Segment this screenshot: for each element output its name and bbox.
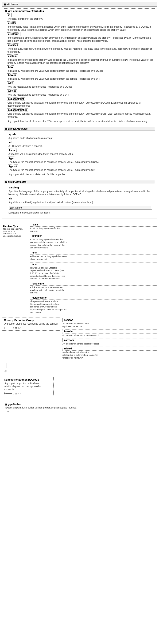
right-broader-box: broader [62, 330, 157, 334]
concept-def-section: ConceptDefinitionGroup A group of proper… [2, 318, 157, 359]
prop-any-other-itn: any ##other Language and script related … [6, 205, 153, 214]
prop-why: why Why the metadata has been included -… [5, 81, 154, 88]
right-item-sameas: sameAs An identifier of a concept with e… [62, 318, 157, 328]
prop-modified-name: modified [7, 43, 19, 47]
bottom-other-icon: ▣ [5, 403, 7, 406]
right-hierarchyinfo-box: hierarchyInfo [30, 296, 157, 300]
prop-type-name: type [8, 156, 15, 160]
concept-def-group-desc: A group of properties required to define… [4, 322, 58, 325]
right-remoteinfo-desc: A link to an item or a web resource whic… [30, 286, 68, 294]
prop-literal-desc: A free-text value assigned as the (new) … [8, 152, 153, 156]
right-definition-desc: A natural language definition of the sem… [30, 238, 68, 249]
right-item-facet: facet In NAR 1.8 and later, facet is dep… [30, 262, 157, 280]
concept-rel-group-box: ConceptRelationshipsGroup A group of pro… [2, 377, 54, 396]
prop-dir: dir A qualifier code identifying the fun… [6, 197, 153, 204]
prop-dir-desc: A qualifier code identifying the functio… [8, 201, 153, 204]
right-item-definition: definition A natural language definition… [30, 234, 157, 249]
concept-def-connector: ⊢—— [4, 326, 12, 330]
concept-rel-connector: ⊢—— [4, 392, 12, 395]
prop-pubconstraint: pubconstraint One or many constraints th… [5, 97, 154, 107]
loop-symbol: ⟲ [4, 370, 7, 373]
prop-modified-desc: The date (and, optionally, the time) whe… [7, 47, 154, 54]
prop-whyuri-desc: Why the metadata has been included - exp… [7, 93, 154, 96]
prop-typeuri-desc: The type of the concept assigned as cont… [8, 168, 153, 172]
prop-xmllang-name: xml:lang [8, 186, 20, 189]
prop-custom: custom Indicates if the corresponding pr… [5, 54, 154, 64]
prop-flex-note: A group of attributes associated with fl… [6, 172, 153, 176]
prop-literal: literal A free-text value assigned as th… [6, 148, 153, 156]
prop-uri: uri A URI which identifies a concept. [6, 140, 153, 148]
prop-how-desc: Indicates by which means the value was e… [7, 69, 154, 72]
group-icon-common: ▣ [5, 10, 7, 12]
concept-rel-multiplicity: 0..∞ [18, 392, 21, 395]
concept-rel-mult-left: □ [13, 392, 14, 395]
prop-qcode: qcode A qualified code which identifies … [6, 133, 153, 140]
attributes-icon: ▣ [4, 3, 6, 6]
prop-howuri-name: howuri [7, 73, 17, 77]
bottom-other-label: grp ##other [8, 403, 21, 406]
right-broader-desc: An identifier of a more generic concept. [62, 334, 100, 337]
loop-mult: ---- [8, 371, 11, 373]
prop-creator: creator If the property value is not def… [5, 21, 154, 32]
attributes-header: ▣ attributes [2, 2, 157, 6]
flex-attributes-group: ▣ grp flexAttributes qcode A qualified c… [4, 127, 155, 178]
right-narrower-desc: An identifier of a more specific concept… [62, 342, 100, 346]
prop-pubconstrainturi-name: pubconstrainturi [7, 108, 28, 112]
flex-prop-type-section: FlexPropType Flexible generic PCL-type f… [2, 222, 28, 247]
any-other-itn-label: any ##other [9, 206, 152, 210]
attributes-label: attributes [7, 3, 18, 6]
prop-pubconstrainturi: pubconstrainturi One or many constraints… [5, 108, 154, 118]
prop-dir-name: dir [8, 197, 13, 200]
flex-attributes-label: grp flexAttributes [8, 128, 28, 130]
prop-why-desc: Why the metadata has been included - exp… [7, 85, 154, 88]
prop-qcode-name: qcode [8, 133, 17, 136]
right-hierarchyinfo-desc: The position of a concept in a hierarchi… [30, 300, 68, 314]
prop-how-name: how [7, 66, 14, 69]
prop-id-name: id [7, 13, 12, 17]
flex-prop-type-box: FlexPropType Flexible generic PCL-type f… [2, 224, 25, 238]
right-item-related: related A related concept, where the rel… [62, 346, 157, 359]
flex-prop-type-label: FlexPropType [3, 225, 18, 228]
connector-vertical-1 [14, 240, 28, 247]
prop-xmllang-desc: Specifies the language of this property … [8, 190, 153, 196]
common-power-attributes-group: ▣ grp commonPowerAttributes id The local… [4, 8, 155, 125]
concept-def-group-title: ConceptDefinitionGroup [4, 319, 58, 322]
prop-any-note: A group attribute for all elements of a … [5, 119, 154, 123]
bottom-other-box: ▣ grp ##other Extension point for provid… [4, 402, 155, 414]
prop-creatoruri-desc: If the attribute is empty, specifies whi… [7, 36, 154, 42]
right-sameas-desc: An identifier of a concept with equivale… [62, 322, 100, 328]
prop-any-other-itn-desc: Language and script related information. [8, 211, 153, 214]
prop-custom-name: custom [7, 54, 18, 58]
bottom-other-mult: 0..∞ [5, 410, 9, 413]
prop-any-note-desc: A group attribute for all elements of a … [7, 120, 154, 123]
concept-def-group-box: ConceptDefinitionGroup A group of proper… [2, 318, 60, 331]
concept-def-mult-left: □ [13, 327, 14, 329]
right-item-name: name A natural language name for the con… [30, 222, 157, 232]
right-facet-desc: In NAR 1.8 and later, facet is deprecate… [30, 267, 68, 280]
prop-creatoruri-name: creatoruri [7, 32, 21, 36]
prop-typeuri: typeuri The type of the concept assigned… [6, 164, 153, 172]
concept-rel-mult-right: □ [15, 392, 17, 395]
prop-modified: modified The date (and, optionally, the … [5, 43, 154, 54]
right-name-box: name [30, 223, 157, 226]
right-item-hierarchyinfo: hierarchyInfo The position of a concept … [30, 295, 157, 314]
right-related-desc: A related concept, where the relationshi… [62, 351, 100, 359]
prop-literal-name: literal [8, 148, 17, 152]
middle-section: FlexPropType Flexible generic PCL-type f… [2, 222, 157, 314]
group-label-common: grp commonPowerAttributes [8, 10, 44, 12]
loop-connector [7, 363, 7, 368]
concept-rel-section: ConceptRelationshipsGroup A group of pro… [2, 377, 157, 396]
diagram-container: ▣ attributes ▣ grp commonPowerAttributes… [0, 0, 159, 418]
right-name-desc: A natural language name for the concept. [30, 227, 68, 232]
itn-attributes-icon: ▣ [5, 181, 7, 183]
right-item-remoteinfo: remoteInfo A link to an item or a web re… [30, 281, 157, 294]
prop-type: type The type of the concept assigned as… [6, 156, 153, 164]
prop-id-desc: The local identifier of the property. [7, 17, 154, 20]
right-note-box: note [30, 251, 157, 255]
prop-pubconstrainturi-desc: One or many constraints that apply to pu… [7, 112, 154, 118]
prop-creator-desc: If the property value is not defined, sp… [7, 25, 154, 32]
right-sameas-box: sameAs [62, 318, 157, 322]
right-facet-box: facet [30, 262, 157, 266]
concept-rel-group-desc: A group of properties that indicate rela… [4, 382, 51, 391]
prop-why-name: why [7, 81, 14, 85]
